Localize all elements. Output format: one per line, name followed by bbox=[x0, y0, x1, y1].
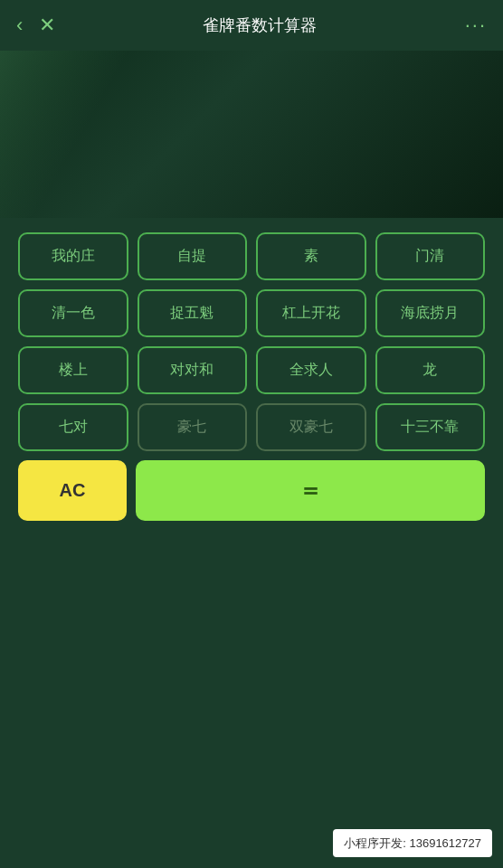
footer-text: 小程序开发: 13691612727 bbox=[344, 836, 481, 850]
five-ghost-button[interactable]: 捉五魁 bbox=[138, 289, 248, 337]
self-draw-button[interactable]: 自提 bbox=[138, 232, 248, 280]
header-left-controls: ‹ ✕ bbox=[16, 14, 55, 37]
button-row-1: 我的庄 自提 素 门清 bbox=[18, 232, 485, 280]
dragon-button[interactable]: 龙 bbox=[375, 346, 486, 394]
thirteen-button[interactable]: 十三不靠 bbox=[375, 403, 486, 451]
clean-hand-button[interactable]: 门清 bbox=[375, 232, 486, 280]
back-button[interactable]: ‹ bbox=[16, 14, 23, 37]
seabed-moon-button[interactable]: 海底捞月 bbox=[375, 289, 486, 337]
footer-badge: 小程序开发: 13691612727 bbox=[333, 829, 492, 857]
flush-button[interactable]: 清一色 bbox=[18, 289, 128, 337]
all-pairs-button[interactable]: 对对和 bbox=[138, 346, 248, 394]
pole-flower-button[interactable]: 杠上开花 bbox=[256, 289, 366, 337]
equals-button[interactable]: ＝ bbox=[136, 460, 485, 521]
page-title: 雀牌番数计算器 bbox=[55, 14, 464, 36]
seven-pairs-button[interactable]: 七对 bbox=[18, 403, 128, 451]
close-button[interactable]: ✕ bbox=[39, 14, 55, 37]
double-hao-button[interactable]: 双豪七 bbox=[256, 403, 366, 451]
banner-image bbox=[0, 51, 503, 218]
button-row-3: 楼上 对对和 全求人 龙 bbox=[18, 346, 485, 394]
bottom-controls: AC ＝ bbox=[18, 460, 485, 521]
ac-button[interactable]: AC bbox=[18, 460, 127, 521]
all-sought-button[interactable]: 全求人 bbox=[256, 346, 366, 394]
button-row-2: 清一色 捉五魁 杠上开花 海底捞月 bbox=[18, 289, 485, 337]
upstairs-button[interactable]: 楼上 bbox=[18, 346, 128, 394]
plain-button[interactable]: 素 bbox=[256, 232, 366, 280]
my-dealer-button[interactable]: 我的庄 bbox=[18, 232, 128, 280]
hao-seven-button[interactable]: 豪七 bbox=[138, 403, 248, 451]
button-row-4: 七对 豪七 双豪七 十三不靠 bbox=[18, 403, 485, 451]
app-header: ‹ ✕ 雀牌番数计算器 ··· bbox=[0, 0, 503, 51]
main-content: 我的庄 自提 素 门清 清一色 捉五魁 杠上开花 海底捞月 楼上 对对和 全求人… bbox=[0, 218, 503, 535]
more-button[interactable]: ··· bbox=[465, 14, 487, 37]
